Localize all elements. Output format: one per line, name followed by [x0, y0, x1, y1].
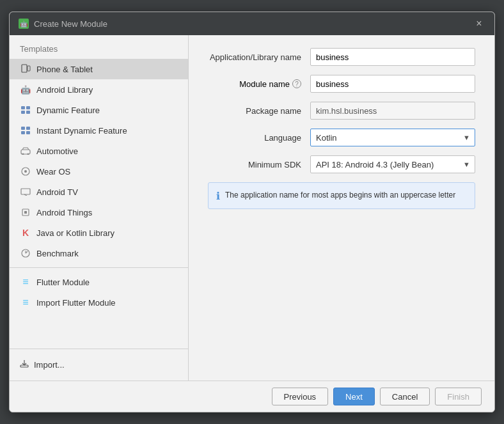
dialog-footer: Previous Next Cancel Finish	[10, 381, 494, 412]
import-icon	[20, 359, 29, 370]
app-name-label: Application/Library name	[208, 52, 310, 62]
import-button[interactable]: Import...	[20, 356, 178, 374]
title-bar: 🤖 Create New Module ×	[10, 12, 494, 35]
sidebar-item-benchmark[interactable]: Benchmark	[10, 243, 188, 263]
instant-dynamic-icon	[20, 125, 31, 136]
language-label: Language	[208, 133, 310, 143]
sidebar-item-java-kotlin[interactable]: K Java or Kotlin Library	[10, 223, 188, 243]
svg-rect-3	[26, 106, 30, 109]
finish-button[interactable]: Finish	[435, 388, 482, 405]
import-label: Import...	[34, 360, 65, 370]
sidebar-item-android-tv[interactable]: Android TV	[10, 182, 188, 202]
svg-rect-0	[22, 65, 27, 72]
sidebar: Templates Phone & Tablet 🤖 Android Libra…	[10, 35, 189, 381]
dialog-icon: 🤖	[19, 19, 29, 29]
phone-tablet-icon	[20, 63, 31, 75]
sidebar-item-wear-os[interactable]: Wear OS	[10, 161, 188, 182]
next-button[interactable]: Next	[333, 388, 375, 405]
svg-rect-4	[21, 111, 25, 114]
sidebar-header: Templates	[10, 35, 188, 59]
form-area: Application/Library name Module name ? P…	[208, 48, 475, 368]
close-button[interactable]: ×	[473, 17, 485, 30]
sidebar-item-label: Android Things	[36, 208, 92, 217]
language-select-wrapper: Kotlin Java ▼	[310, 129, 475, 146]
sidebar-item-instant-dynamic[interactable]: Instant Dynamic Feature	[10, 120, 188, 141]
dialog-body: Templates Phone & Tablet 🤖 Android Libra…	[10, 35, 494, 381]
sidebar-item-label: Android Library	[36, 85, 93, 95]
sidebar-item-flutter-module[interactable]: ≡ Flutter Module	[10, 272, 188, 292]
automotive-icon	[20, 145, 31, 157]
sidebar-item-phone-tablet[interactable]: Phone & Tablet	[10, 59, 188, 79]
svg-point-12	[28, 153, 29, 155]
sidebar-divider	[10, 267, 188, 268]
min-sdk-row: Minimum SDK API 18: Android 4.3 (Jelly B…	[208, 155, 475, 173]
sidebar-item-label: Instant Dynamic Feature	[36, 126, 127, 136]
min-sdk-select[interactable]: API 18: Android 4.3 (Jelly Bean) API 21:…	[310, 155, 475, 173]
sidebar-item-label: Flutter Module	[36, 278, 90, 287]
import-flutter-icon: ≡	[20, 297, 31, 308]
svg-rect-15	[21, 189, 30, 194]
module-name-label-wrapper: Module name ?	[208, 79, 310, 89]
sidebar-item-label: Import Flutter Module	[36, 298, 116, 308]
main-content: Application/Library name Module name ? P…	[189, 35, 494, 381]
sidebar-item-label: Android TV	[36, 187, 78, 197]
android-things-icon	[20, 207, 31, 218]
dialog-title: Create New Module	[34, 19, 107, 29]
sidebar-item-label: Phone & Tablet	[36, 65, 93, 74]
sidebar-item-android-library[interactable]: 🤖 Android Library	[10, 79, 188, 100]
svg-rect-6	[21, 127, 25, 130]
svg-rect-1	[28, 66, 30, 71]
language-select[interactable]: Kotlin Java	[310, 129, 475, 146]
benchmark-icon	[20, 247, 31, 259]
module-name-input[interactable]	[310, 75, 475, 93]
module-name-label: Module name	[239, 79, 290, 89]
sidebar-item-import-flutter[interactable]: ≡ Import Flutter Module	[10, 292, 188, 313]
cancel-button[interactable]: Cancel	[380, 388, 430, 405]
title-bar-left: 🤖 Create New Module	[19, 19, 107, 29]
svg-rect-18	[24, 211, 27, 214]
sidebar-items: Phone & Tablet 🤖 Android Library Dynamic…	[10, 59, 188, 349]
create-new-module-dialog: 🤖 Create New Module × Templates Phone & …	[9, 12, 495, 412]
previous-button[interactable]: Previous	[272, 388, 329, 405]
sidebar-item-automotive[interactable]: Automotive	[10, 141, 188, 161]
svg-rect-8	[21, 131, 25, 134]
info-text: The application name for most apps begin…	[225, 189, 455, 201]
app-name-row: Application/Library name	[208, 48, 475, 66]
sidebar-item-label: Automotive	[36, 146, 78, 156]
android-tv-icon	[20, 186, 31, 198]
svg-rect-9	[26, 131, 30, 134]
module-name-row: Module name ?	[208, 75, 475, 93]
svg-rect-7	[26, 127, 30, 130]
language-row: Language Kotlin Java ▼	[208, 129, 475, 146]
sidebar-item-label: Wear OS	[36, 167, 70, 177]
kotlin-icon: K	[20, 227, 31, 239]
wear-os-icon	[20, 166, 31, 177]
sidebar-bottom: Import...	[10, 349, 188, 381]
sidebar-item-label: Dynamic Feature	[36, 106, 100, 115]
package-name-label: Package name	[208, 106, 310, 116]
dynamic-feature-icon	[20, 104, 31, 116]
min-sdk-label: Minimum SDK	[208, 160, 310, 169]
sidebar-item-label: Java or Kotlin Library	[36, 228, 114, 238]
android-library-icon: 🤖	[20, 84, 31, 95]
info-box: ℹ The application name for most apps beg…	[208, 182, 475, 209]
sidebar-item-dynamic-feature[interactable]: Dynamic Feature	[10, 100, 188, 120]
info-icon: ℹ	[216, 190, 220, 202]
flutter-module-icon: ≡	[20, 276, 31, 288]
sidebar-item-android-things[interactable]: Android Things	[10, 202, 188, 223]
svg-rect-2	[21, 106, 25, 109]
svg-rect-5	[26, 111, 30, 114]
package-name-input[interactable]	[310, 102, 475, 120]
module-name-help-icon[interactable]: ?	[292, 79, 301, 88]
svg-point-11	[22, 153, 24, 155]
min-sdk-select-wrapper: API 18: Android 4.3 (Jelly Bean) API 21:…	[310, 155, 475, 173]
svg-point-14	[24, 170, 27, 173]
sidebar-item-label: Benchmark	[36, 249, 79, 258]
app-name-input[interactable]	[310, 48, 475, 66]
package-name-row: Package name	[208, 102, 475, 120]
